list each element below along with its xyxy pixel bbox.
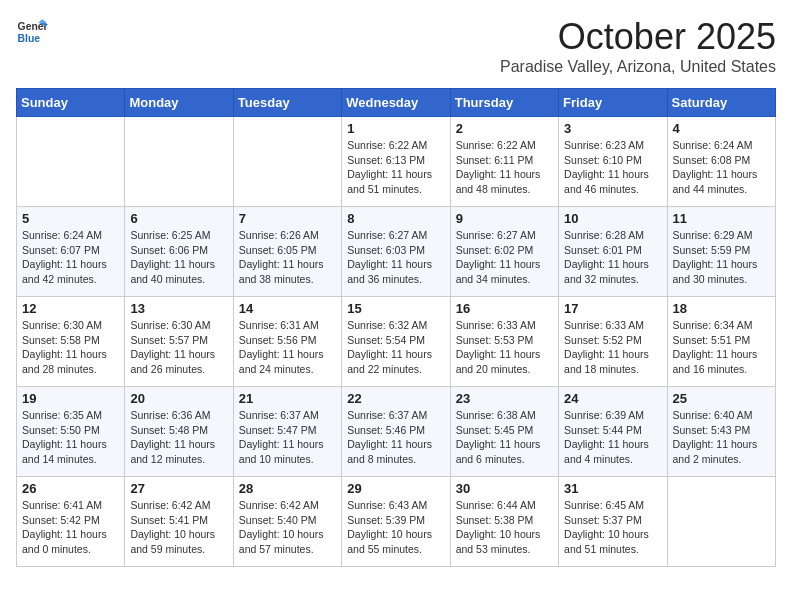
weekday-header-thursday: Thursday: [450, 89, 558, 117]
logo-icon: General Blue: [16, 16, 48, 48]
day-number: 5: [22, 211, 119, 226]
day-number: 24: [564, 391, 661, 406]
day-cell: 31Sunrise: 6:45 AM Sunset: 5:37 PM Dayli…: [559, 477, 667, 567]
day-info: Sunrise: 6:28 AM Sunset: 6:01 PM Dayligh…: [564, 228, 661, 287]
week-row-2: 5Sunrise: 6:24 AM Sunset: 6:07 PM Daylig…: [17, 207, 776, 297]
day-cell: 16Sunrise: 6:33 AM Sunset: 5:53 PM Dayli…: [450, 297, 558, 387]
day-info: Sunrise: 6:39 AM Sunset: 5:44 PM Dayligh…: [564, 408, 661, 467]
week-row-5: 26Sunrise: 6:41 AM Sunset: 5:42 PM Dayli…: [17, 477, 776, 567]
day-cell: 14Sunrise: 6:31 AM Sunset: 5:56 PM Dayli…: [233, 297, 341, 387]
day-cell: [17, 117, 125, 207]
day-cell: 19Sunrise: 6:35 AM Sunset: 5:50 PM Dayli…: [17, 387, 125, 477]
day-info: Sunrise: 6:22 AM Sunset: 6:13 PM Dayligh…: [347, 138, 444, 197]
day-cell: 6Sunrise: 6:25 AM Sunset: 6:06 PM Daylig…: [125, 207, 233, 297]
day-cell: 25Sunrise: 6:40 AM Sunset: 5:43 PM Dayli…: [667, 387, 775, 477]
day-info: Sunrise: 6:33 AM Sunset: 5:53 PM Dayligh…: [456, 318, 553, 377]
day-info: Sunrise: 6:27 AM Sunset: 6:02 PM Dayligh…: [456, 228, 553, 287]
day-info: Sunrise: 6:27 AM Sunset: 6:03 PM Dayligh…: [347, 228, 444, 287]
day-info: Sunrise: 6:30 AM Sunset: 5:57 PM Dayligh…: [130, 318, 227, 377]
day-number: 12: [22, 301, 119, 316]
day-info: Sunrise: 6:40 AM Sunset: 5:43 PM Dayligh…: [673, 408, 770, 467]
day-number: 26: [22, 481, 119, 496]
day-info: Sunrise: 6:22 AM Sunset: 6:11 PM Dayligh…: [456, 138, 553, 197]
weekday-header-wednesday: Wednesday: [342, 89, 450, 117]
weekday-header-monday: Monday: [125, 89, 233, 117]
day-number: 3: [564, 121, 661, 136]
svg-text:Blue: Blue: [18, 33, 41, 44]
day-info: Sunrise: 6:37 AM Sunset: 5:46 PM Dayligh…: [347, 408, 444, 467]
day-number: 23: [456, 391, 553, 406]
day-info: Sunrise: 6:37 AM Sunset: 5:47 PM Dayligh…: [239, 408, 336, 467]
day-cell: 30Sunrise: 6:44 AM Sunset: 5:38 PM Dayli…: [450, 477, 558, 567]
day-info: Sunrise: 6:29 AM Sunset: 5:59 PM Dayligh…: [673, 228, 770, 287]
day-cell: [233, 117, 341, 207]
day-cell: 5Sunrise: 6:24 AM Sunset: 6:07 PM Daylig…: [17, 207, 125, 297]
calendar-table: SundayMondayTuesdayWednesdayThursdayFrid…: [16, 88, 776, 567]
day-number: 7: [239, 211, 336, 226]
day-cell: 15Sunrise: 6:32 AM Sunset: 5:54 PM Dayli…: [342, 297, 450, 387]
day-info: Sunrise: 6:26 AM Sunset: 6:05 PM Dayligh…: [239, 228, 336, 287]
day-info: Sunrise: 6:33 AM Sunset: 5:52 PM Dayligh…: [564, 318, 661, 377]
day-number: 28: [239, 481, 336, 496]
month-title: October 2025: [500, 16, 776, 58]
day-cell: 8Sunrise: 6:27 AM Sunset: 6:03 PM Daylig…: [342, 207, 450, 297]
weekday-header-tuesday: Tuesday: [233, 89, 341, 117]
day-number: 6: [130, 211, 227, 226]
day-number: 20: [130, 391, 227, 406]
day-info: Sunrise: 6:41 AM Sunset: 5:42 PM Dayligh…: [22, 498, 119, 557]
week-row-3: 12Sunrise: 6:30 AM Sunset: 5:58 PM Dayli…: [17, 297, 776, 387]
day-info: Sunrise: 6:42 AM Sunset: 5:41 PM Dayligh…: [130, 498, 227, 557]
day-cell: 23Sunrise: 6:38 AM Sunset: 5:45 PM Dayli…: [450, 387, 558, 477]
week-row-4: 19Sunrise: 6:35 AM Sunset: 5:50 PM Dayli…: [17, 387, 776, 477]
day-number: 13: [130, 301, 227, 316]
day-number: 1: [347, 121, 444, 136]
day-cell: 12Sunrise: 6:30 AM Sunset: 5:58 PM Dayli…: [17, 297, 125, 387]
day-number: 16: [456, 301, 553, 316]
day-info: Sunrise: 6:25 AM Sunset: 6:06 PM Dayligh…: [130, 228, 227, 287]
weekday-header-row: SundayMondayTuesdayWednesdayThursdayFrid…: [17, 89, 776, 117]
day-cell: 7Sunrise: 6:26 AM Sunset: 6:05 PM Daylig…: [233, 207, 341, 297]
day-info: Sunrise: 6:24 AM Sunset: 6:07 PM Dayligh…: [22, 228, 119, 287]
day-number: 9: [456, 211, 553, 226]
day-number: 29: [347, 481, 444, 496]
day-number: 2: [456, 121, 553, 136]
day-cell: 26Sunrise: 6:41 AM Sunset: 5:42 PM Dayli…: [17, 477, 125, 567]
day-cell: [667, 477, 775, 567]
day-cell: 9Sunrise: 6:27 AM Sunset: 6:02 PM Daylig…: [450, 207, 558, 297]
weekday-header-friday: Friday: [559, 89, 667, 117]
day-cell: 2Sunrise: 6:22 AM Sunset: 6:11 PM Daylig…: [450, 117, 558, 207]
weekday-header-saturday: Saturday: [667, 89, 775, 117]
page-header: General Blue October 2025 Paradise Valle…: [16, 16, 776, 76]
day-info: Sunrise: 6:31 AM Sunset: 5:56 PM Dayligh…: [239, 318, 336, 377]
day-number: 17: [564, 301, 661, 316]
day-cell: 1Sunrise: 6:22 AM Sunset: 6:13 PM Daylig…: [342, 117, 450, 207]
day-cell: 18Sunrise: 6:34 AM Sunset: 5:51 PM Dayli…: [667, 297, 775, 387]
day-cell: 27Sunrise: 6:42 AM Sunset: 5:41 PM Dayli…: [125, 477, 233, 567]
day-number: 10: [564, 211, 661, 226]
day-number: 19: [22, 391, 119, 406]
day-cell: 24Sunrise: 6:39 AM Sunset: 5:44 PM Dayli…: [559, 387, 667, 477]
weekday-header-sunday: Sunday: [17, 89, 125, 117]
day-number: 11: [673, 211, 770, 226]
day-number: 4: [673, 121, 770, 136]
day-info: Sunrise: 6:38 AM Sunset: 5:45 PM Dayligh…: [456, 408, 553, 467]
day-info: Sunrise: 6:35 AM Sunset: 5:50 PM Dayligh…: [22, 408, 119, 467]
day-info: Sunrise: 6:32 AM Sunset: 5:54 PM Dayligh…: [347, 318, 444, 377]
day-number: 15: [347, 301, 444, 316]
day-number: 27: [130, 481, 227, 496]
day-info: Sunrise: 6:42 AM Sunset: 5:40 PM Dayligh…: [239, 498, 336, 557]
day-number: 8: [347, 211, 444, 226]
logo: General Blue: [16, 16, 48, 48]
day-number: 21: [239, 391, 336, 406]
day-cell: 11Sunrise: 6:29 AM Sunset: 5:59 PM Dayli…: [667, 207, 775, 297]
day-info: Sunrise: 6:45 AM Sunset: 5:37 PM Dayligh…: [564, 498, 661, 557]
day-info: Sunrise: 6:44 AM Sunset: 5:38 PM Dayligh…: [456, 498, 553, 557]
day-number: 31: [564, 481, 661, 496]
day-info: Sunrise: 6:30 AM Sunset: 5:58 PM Dayligh…: [22, 318, 119, 377]
day-cell: 29Sunrise: 6:43 AM Sunset: 5:39 PM Dayli…: [342, 477, 450, 567]
day-number: 22: [347, 391, 444, 406]
day-cell: 17Sunrise: 6:33 AM Sunset: 5:52 PM Dayli…: [559, 297, 667, 387]
day-number: 30: [456, 481, 553, 496]
day-cell: 20Sunrise: 6:36 AM Sunset: 5:48 PM Dayli…: [125, 387, 233, 477]
day-info: Sunrise: 6:24 AM Sunset: 6:08 PM Dayligh…: [673, 138, 770, 197]
